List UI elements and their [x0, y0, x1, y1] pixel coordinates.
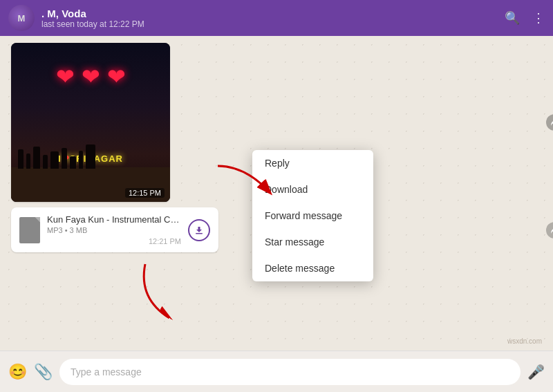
- message-placeholder: Type a message: [71, 366, 142, 377]
- file-document-icon: [19, 217, 40, 243]
- heart-3: ❤: [107, 64, 126, 90]
- attach-icon[interactable]: 📎: [34, 363, 53, 381]
- person-8: [79, 151, 83, 169]
- bicycle: [86, 144, 95, 169]
- contact-status: last seen today at 12:22 PM: [41, 19, 498, 29]
- people-silhouettes: [18, 144, 163, 169]
- file-forward-button[interactable]: [546, 222, 553, 239]
- hearts-decoration: ❤ ❤ ❤: [56, 64, 126, 90]
- person-1: [18, 149, 24, 169]
- header-actions: 🔍 ⋮: [505, 10, 545, 26]
- image-message-bubble: ❤ ❤ ❤ I❤SRINAGAR 12:15 PM: [11, 43, 170, 202]
- context-menu-star[interactable]: Star message: [252, 229, 373, 255]
- avatar: M: [8, 5, 35, 31]
- mic-icon[interactable]: 🎤: [527, 364, 545, 380]
- heart-1: ❤: [56, 64, 75, 90]
- person-7: [70, 156, 76, 169]
- arrow-to-download: [204, 159, 287, 221]
- svg-rect-0: [196, 233, 203, 234]
- person-5: [50, 151, 59, 169]
- message-input[interactable]: Type a message: [59, 359, 521, 385]
- contact-info: . M, Voda last seen today at 12:22 PM: [41, 8, 498, 29]
- person-3: [33, 147, 40, 169]
- watermark: wsxdn.com: [507, 337, 542, 345]
- message-image: ❤ ❤ ❤ I❤SRINAGAR 12:15 PM: [11, 43, 170, 202]
- person-2: [26, 153, 30, 169]
- search-icon[interactable]: 🔍: [505, 10, 520, 26]
- person-4: [43, 155, 48, 169]
- person-6: [62, 148, 67, 169]
- context-menu-delete[interactable]: Delete message: [252, 255, 373, 281]
- arrow-to-file: [104, 257, 194, 333]
- file-meta: MP3 • 3 MB: [47, 226, 181, 234]
- image-time: 12:15 PM: [125, 188, 165, 198]
- file-message-bubble: Kun Faya Kun - Instrumental Co... MP3 • …: [11, 207, 218, 252]
- chat-header: M . M, Voda last seen today at 12:22 PM …: [0, 0, 553, 36]
- heart-2: ❤: [82, 64, 100, 90]
- chat-area: ❤ ❤ ❤ I❤SRINAGAR 12:15 PM: [0, 36, 553, 351]
- file-download-button[interactable]: [188, 219, 210, 241]
- input-bar: 😊 📎 Type a message 🎤: [0, 351, 553, 392]
- emoji-icon[interactable]: 😊: [8, 363, 27, 381]
- image-forward-button[interactable]: [546, 114, 553, 131]
- file-time: 12:21 PM: [47, 237, 181, 245]
- file-name: Kun Faya Kun - Instrumental Co...: [47, 214, 181, 225]
- more-icon[interactable]: ⋮: [532, 10, 545, 26]
- file-info: Kun Faya Kun - Instrumental Co... MP3 • …: [47, 214, 181, 245]
- contact-name: . M, Voda: [41, 8, 498, 19]
